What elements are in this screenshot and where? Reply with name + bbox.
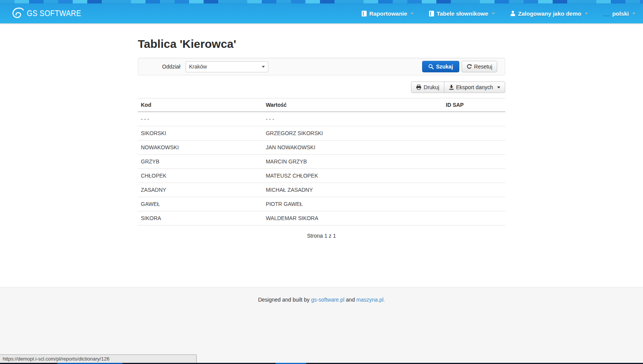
column-header-wartosc: Wartość <box>263 98 442 112</box>
user-icon <box>510 11 516 16</box>
oddzial-select[interactable]: Kraków <box>186 61 268 72</box>
journal-icon <box>429 11 434 16</box>
chevron-down-icon <box>411 13 414 15</box>
download-icon <box>449 85 454 90</box>
nav-item-logged-user[interactable]: Zalogowany jako demo <box>510 10 588 17</box>
toolbar-button-group: Drukuj Eksport danych <box>411 82 505 93</box>
cell-wartosc: MICHAŁ ZASADNY <box>263 183 442 197</box>
cell-kod: SIKORSKI <box>138 126 263 140</box>
table-row: NOWAKOWSKIJAN NOWAKOWSKI <box>138 140 505 155</box>
main-content: Tablica 'Kierowca' Oddział Kraków Szukaj <box>0 23 643 287</box>
cell-wartosc: JAN NOWAKOWSKI <box>263 140 442 155</box>
table-row: SIKORSKIGRZEGORZ SIKORSKI <box>138 126 505 140</box>
table-header: Kod Wartość ID SAP <box>138 98 505 112</box>
cell-id_sap <box>443 126 505 140</box>
footer: Designed and built by gs-software.pl and… <box>0 287 643 364</box>
chevron-down-icon <box>632 13 635 15</box>
table-row: GRZYBMARCIN GRZYB <box>138 155 505 169</box>
search-icon <box>428 64 434 69</box>
chevron-down-icon <box>585 13 588 15</box>
cell-kod: NOWAKOWSKI <box>138 140 263 155</box>
print-button-label: Drukuj <box>424 84 439 90</box>
nav-item-label: polski <box>612 10 629 17</box>
cell-kod: SIKORA <box>138 211 263 225</box>
cell-id_sap <box>443 155 505 169</box>
cell-kod: - - - <box>138 112 263 126</box>
table-row: - - -- - - <box>138 112 505 126</box>
search-button[interactable]: Szukaj <box>422 61 459 72</box>
navbar: GS SOFTWARE Raportowanie Tabele słowniko… <box>0 3 643 23</box>
table-row: SIKORAWALDEMAR SIKORA <box>138 211 505 225</box>
refresh-icon <box>467 64 472 69</box>
poland-flag-icon <box>603 11 610 16</box>
nav-item-label: Tabele słownikowe <box>437 10 488 17</box>
cell-wartosc: - - - <box>263 112 442 126</box>
brand-title: GS SOFTWARE <box>27 8 81 18</box>
reset-button[interactable]: Resetuj <box>462 61 497 72</box>
navbar-menu: Raportowanie Tabele słownikowe Zalogowan… <box>362 10 635 17</box>
browser-status-url: https://demopl.i-scl.com/pl/reports/dict… <box>0 354 197 363</box>
table-row: ZASADNYMICHAŁ ZASADNY <box>138 183 505 197</box>
cell-wartosc: GRZEGORZ SIKORSKI <box>263 126 442 140</box>
table-body: - - -- - -SIKORSKIGRZEGORZ SIKORSKINOWAK… <box>138 112 505 225</box>
cell-id_sap <box>443 169 505 183</box>
nav-item-label: Zalogowany jako demo <box>518 10 581 17</box>
export-button[interactable]: Eksport danych <box>444 82 506 93</box>
nav-item-label: Raportowanie <box>369 10 407 17</box>
export-button-label: Eksport danych <box>456 84 493 90</box>
oddzial-select-wrapper: Kraków <box>186 61 268 72</box>
page-title: Tablica 'Kierowca' <box>138 23 505 51</box>
cell-wartosc: MARCIN GRZYB <box>263 155 442 169</box>
print-button[interactable]: Drukuj <box>411 82 444 93</box>
cell-id_sap <box>443 197 505 211</box>
brand-logo[interactable]: GS SOFTWARE <box>11 7 91 20</box>
column-header-idsap: ID SAP <box>443 98 505 112</box>
footer-link-maszyna[interactable]: maszyna.pl. <box>356 297 385 303</box>
pagination-status: Strona 1 z 1 <box>138 233 505 239</box>
nav-item-raportowanie[interactable]: Raportowanie <box>362 10 414 17</box>
table-toolbar: Drukuj Eksport danych <box>138 82 505 93</box>
cell-id_sap <box>443 112 505 126</box>
reset-button-label: Resetuj <box>474 64 492 70</box>
table-row: CHŁOPEKMATEUSZ CHŁOPEK <box>138 169 505 183</box>
cell-kod: GAWEŁ <box>138 197 263 211</box>
cell-kod: ZASADNY <box>138 183 263 197</box>
footer-text-prefix: Designed and built by <box>258 297 311 303</box>
gs-swirl-logo-icon <box>11 7 25 20</box>
cell-kod: GRZYB <box>138 155 263 169</box>
filter-panel: Oddział Kraków Szukaj <box>138 58 505 75</box>
footer-link-gs-software[interactable]: gs-software.pl <box>311 297 344 303</box>
cell-wartosc: WALDEMAR SIKORA <box>263 211 442 225</box>
journal-icon <box>362 11 367 16</box>
dictionary-table: Kod Wartość ID SAP - - -- - -SIKORSKIGRZ… <box>138 98 505 225</box>
cell-kod: CHŁOPEK <box>138 169 263 183</box>
decorative-mosaic-strip <box>0 0 643 3</box>
chevron-down-icon <box>497 87 500 88</box>
cell-id_sap <box>443 211 505 225</box>
cell-id_sap <box>443 140 505 155</box>
cell-wartosc: PIOTR GAWEŁ <box>263 197 442 211</box>
footer-text-middle: and <box>344 297 356 303</box>
printer-icon <box>416 85 421 90</box>
column-header-kod: Kod <box>138 98 263 112</box>
cell-id_sap <box>443 183 505 197</box>
oddzial-label: Oddział <box>146 64 180 70</box>
table-row: GAWEŁPIOTR GAWEŁ <box>138 197 505 211</box>
chevron-down-icon <box>492 13 495 15</box>
search-button-label: Szukaj <box>436 64 453 70</box>
nav-item-language[interactable]: polski <box>603 10 635 17</box>
cell-wartosc: MATEUSZ CHŁOPEK <box>263 169 442 183</box>
nav-item-tabele-slownikowe[interactable]: Tabele słownikowe <box>429 10 495 17</box>
